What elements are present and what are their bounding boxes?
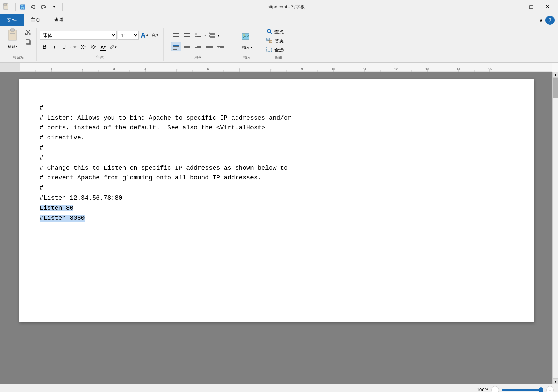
svg-point-61 (267, 29, 271, 33)
window-title: httpd.conf - 写字板 (65, 4, 507, 10)
ruler-svg: 1 2 3 4 5 6 7 8 9 10 11 12 13 14 15 (20, 63, 552, 72)
paste-arrow: ▾ (16, 45, 18, 48)
bullet-dropdown[interactable]: ▾ (204, 34, 206, 37)
scroll-down-btn[interactable]: ▼ (553, 378, 558, 384)
document[interactable]: # # Listen: Allows you to bind Apache to… (19, 79, 534, 322)
doc-line-8: # prevent Apache from glomming onto all … (40, 173, 513, 183)
bullet-list-btn[interactable] (193, 31, 204, 40)
paste-label: 粘贴 (8, 44, 15, 49)
italic-btn[interactable]: I (50, 42, 59, 51)
replace-label: 替换 (274, 38, 284, 44)
undo-quickaccess-btn[interactable] (28, 2, 38, 12)
doc-line-10: #Listen 12.34.56.78:80 (40, 193, 513, 203)
doc-line-0 (40, 93, 513, 103)
zoom-slider[interactable] (502, 389, 543, 391)
tab-view[interactable]: 查看 (47, 14, 71, 26)
cut-btn[interactable] (24, 28, 33, 37)
clipboard-group: 粘贴 ▾ (0, 28, 37, 61)
doc-line-7: # Change this to Listen on specific IP a… (40, 163, 513, 173)
font-group: 宋体 11 A▲ A▼ B I U abc X2 X2 A ▾ (37, 28, 164, 61)
ruler-corner (0, 63, 20, 72)
help-btn[interactable]: ? (545, 16, 555, 25)
close-btn[interactable]: ✕ (539, 1, 555, 13)
bold-btn[interactable]: B (40, 42, 49, 51)
font-size-increase-btn[interactable]: A▲ (140, 31, 149, 40)
tab-home[interactable]: 主页 (24, 14, 47, 26)
font-color-btn[interactable]: A ▾ (98, 42, 107, 51)
font-size-select[interactable]: 11 (118, 31, 139, 40)
replace-item[interactable]: ab ac 替换 (265, 37, 293, 45)
ribbon-help-area: ∧ ? (539, 16, 558, 25)
insert-btn[interactable]: 插入 ▾ (237, 31, 257, 51)
redo-quickaccess-btn[interactable] (39, 2, 48, 12)
document-area[interactable]: # # Listen: Allows you to bind Apache to… (0, 72, 552, 384)
vertical-scrollbar[interactable]: ▲ ▼ (552, 72, 558, 384)
svg-point-29 (195, 33, 197, 35)
find-icon (266, 28, 272, 36)
paragraph-group-label: 段落 (194, 55, 202, 61)
tab-file[interactable]: 文件 (0, 14, 24, 26)
maximize-btn[interactable]: □ (523, 1, 539, 13)
doc-line-4: # directive. (40, 133, 513, 143)
svg-rect-37 (173, 45, 179, 46)
find-item[interactable]: 查找 (265, 28, 293, 36)
doc-line-1: # (40, 103, 513, 113)
save-quickaccess-btn[interactable] (18, 2, 27, 12)
highlight-btn[interactable]: ▾ (108, 42, 117, 51)
subscript-btn[interactable]: X2 (79, 42, 88, 51)
app-icon-area (3, 3, 10, 11)
font-name-select[interactable]: 宋体 (40, 31, 117, 40)
svg-text:ab: ab (267, 38, 269, 40)
justify-full-btn[interactable] (204, 42, 215, 51)
spacing-dropdown[interactable]: ▾ (218, 34, 220, 37)
rtl-btn[interactable] (215, 42, 226, 51)
doc-line-9: # (40, 183, 513, 193)
minimize-btn[interactable]: ─ (507, 1, 523, 13)
paste-btn[interactable]: 粘贴 ▾ (3, 28, 22, 48)
find-label: 查找 (274, 29, 284, 35)
font-color-dropdown[interactable]: ▾ (104, 45, 106, 49)
font-group-label: 字体 (96, 55, 104, 61)
select-all-item[interactable]: 全选 (265, 46, 293, 54)
ribbon: 粘贴 ▾ (0, 26, 558, 63)
zoom-minus-btn[interactable]: − (491, 386, 499, 392)
scroll-thumb[interactable] (553, 78, 558, 98)
selected-text-11: Listen 80 (40, 205, 73, 211)
select-all-label: 全选 (274, 47, 284, 53)
svg-rect-8 (22, 8, 23, 9)
underline-btn[interactable]: U (59, 42, 69, 51)
justify-center-btn[interactable] (182, 42, 192, 51)
titlebar-separator (15, 3, 16, 11)
copy-btn[interactable] (24, 38, 33, 47)
select-all-icon (266, 46, 272, 54)
zoom-plus-btn[interactable]: + (546, 386, 554, 392)
titlebar-separator2 (62, 3, 63, 11)
ribbon-collapse-btn[interactable]: ∧ (539, 17, 543, 23)
line-spacing-btn[interactable] (207, 31, 217, 40)
doc-line-6: # (40, 153, 513, 163)
doc-line-2: # Listen: Allows you to bind Apache to s… (40, 113, 513, 123)
edit-group-label: 编辑 (275, 55, 282, 61)
svg-point-57 (243, 34, 245, 36)
edit-group: 查找 ab ac 替换 (261, 28, 296, 61)
clipboard-content: 粘贴 ▾ (3, 28, 33, 54)
quick-access-toolbar: ▾ (18, 2, 59, 12)
strikethrough-btn[interactable]: abc (69, 42, 78, 51)
selected-text-12: #Listen 8080 (40, 215, 85, 222)
ribbon-tabs: 文件 主页 查看 ∧ ? (0, 14, 558, 26)
zoom-slider-thumb[interactable] (539, 387, 543, 392)
insert-group-label: 插入 (243, 55, 251, 61)
doc-line-5: # (40, 143, 513, 153)
scroll-up-btn[interactable]: ▲ (553, 72, 558, 78)
font-size-decrease-btn[interactable]: A▼ (151, 31, 160, 40)
font-format-row: B I U abc X2 X2 A ▾ ▾ (40, 42, 160, 51)
justify-left-btn[interactable] (171, 42, 181, 51)
scroll-track[interactable] (553, 78, 558, 378)
doc-line-11: Listen 80 (40, 203, 513, 213)
align-left-btn[interactable] (171, 31, 181, 40)
superscript-btn[interactable]: X2 (89, 42, 98, 51)
align-center-btn[interactable] (182, 31, 192, 40)
main-area: # # Listen: Allows you to bind Apache to… (0, 72, 558, 384)
justify-right-btn[interactable] (193, 42, 204, 51)
quickaccess-dropdown-btn[interactable]: ▾ (49, 2, 59, 12)
